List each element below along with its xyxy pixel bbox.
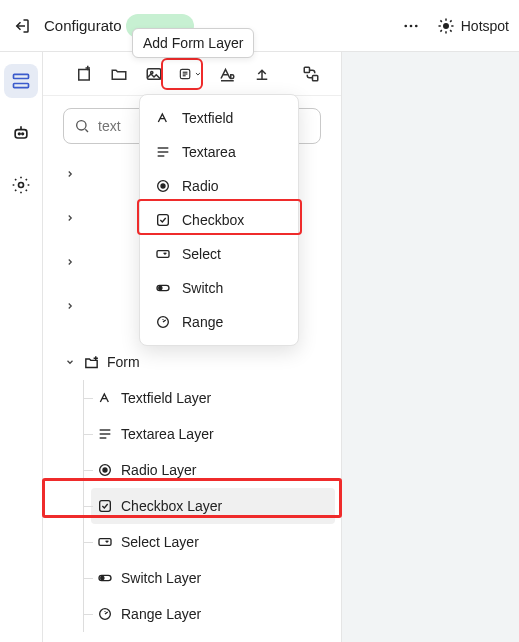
rail-settings-icon[interactable] [4, 168, 38, 202]
tree-row-checkbox-layer[interactable]: Checkbox Layer [91, 488, 335, 524]
chevron-right-icon [63, 301, 77, 311]
form-layer-dropdown: Textfield Textarea Radio Checkbox Select… [139, 94, 299, 346]
svg-rect-26 [99, 539, 111, 546]
svg-rect-5 [14, 84, 29, 88]
tree-row-textfield-layer[interactable]: Textfield Layer [91, 380, 335, 416]
tree-row-radio-layer[interactable]: Radio Layer [91, 452, 335, 488]
svg-point-28 [101, 576, 104, 579]
svg-rect-35 [158, 215, 169, 226]
dropdown-item-textfield[interactable]: Textfield [140, 101, 298, 135]
add-folder-icon[interactable] [108, 62, 129, 86]
range-icon [95, 606, 115, 622]
dropdown-item-range[interactable]: Range [140, 305, 298, 339]
dropdown-label: Range [182, 314, 223, 330]
hotspot-icon[interactable]: Hotspot [437, 14, 509, 38]
topbar-right: Hotspot [399, 14, 509, 38]
radio-icon [95, 462, 115, 478]
tree-row-select-layer[interactable]: Select Layer [91, 524, 335, 560]
link-icon[interactable] [300, 62, 321, 86]
radio-icon [154, 178, 172, 194]
svg-point-34 [161, 184, 165, 188]
tree-label: Switch Layer [121, 570, 201, 586]
chevron-right-icon [63, 257, 77, 267]
dropdown-item-select[interactable]: Select [140, 237, 298, 271]
dropdown-label: Textfield [182, 110, 233, 126]
textfield-icon [154, 110, 172, 126]
layer-toolbar [43, 52, 341, 96]
rail-bot-icon[interactable] [4, 116, 38, 150]
tree-label: Textarea Layer [121, 426, 214, 442]
chevron-down-icon [63, 357, 77, 367]
tree-label: Select Layer [121, 534, 199, 550]
checkbox-icon [154, 212, 172, 228]
svg-rect-36 [157, 251, 169, 258]
svg-point-7 [19, 133, 21, 135]
tree-label: Range Layer [121, 606, 201, 622]
dropdown-label: Textarea [182, 144, 236, 160]
svg-point-0 [404, 24, 407, 27]
svg-rect-18 [312, 75, 317, 80]
svg-point-19 [77, 121, 86, 130]
svg-point-9 [19, 183, 24, 188]
svg-point-24 [103, 468, 107, 472]
chevron-down-icon [194, 69, 202, 79]
more-icon[interactable] [399, 14, 423, 38]
svg-rect-17 [304, 67, 309, 72]
add-image-icon[interactable] [143, 62, 164, 86]
switch-icon [154, 280, 172, 296]
upload-icon[interactable] [251, 62, 272, 86]
dropdown-item-radio[interactable]: Radio [140, 169, 298, 203]
add-text-icon[interactable] [216, 62, 237, 86]
tree-row-textarea-layer[interactable]: Textarea Layer [91, 416, 335, 452]
textarea-icon [154, 144, 172, 160]
tree-label: Radio Layer [121, 462, 197, 478]
tree-row-switch-layer[interactable]: Switch Layer [91, 560, 335, 596]
textarea-icon [95, 426, 115, 442]
range-icon [154, 314, 172, 330]
svg-rect-4 [14, 74, 29, 78]
topbar: Configurato Hotspot [0, 0, 519, 52]
dropdown-item-checkbox[interactable]: Checkbox [140, 203, 298, 237]
dropdown-label: Switch [182, 280, 223, 296]
dropdown-label: Checkbox [182, 212, 244, 228]
form-icon [81, 354, 101, 371]
tree-label: Form [107, 354, 140, 370]
dropdown-item-switch[interactable]: Switch [140, 271, 298, 305]
svg-point-3 [444, 23, 449, 28]
left-rail [0, 52, 43, 642]
exit-icon[interactable] [10, 14, 34, 38]
tooltip-add-form-layer: Add Form Layer [132, 28, 254, 58]
chevron-right-icon [63, 213, 77, 223]
svg-rect-25 [100, 501, 111, 512]
dropdown-label: Radio [182, 178, 219, 194]
select-icon [154, 246, 172, 262]
tree-row-form[interactable]: Form [63, 344, 335, 380]
checkbox-icon [95, 498, 115, 514]
svg-point-38 [159, 286, 162, 289]
select-icon [95, 534, 115, 550]
svg-point-1 [409, 24, 412, 27]
tree-children: Textfield Layer Textarea Layer Radio Lay… [63, 380, 335, 632]
search-icon [74, 118, 90, 134]
add-form-layer-button[interactable] [178, 62, 202, 86]
page-title: Configurato [44, 17, 122, 34]
tree-label: Textfield Layer [121, 390, 211, 406]
dropdown-label: Select [182, 246, 221, 262]
svg-point-8 [22, 133, 24, 135]
switch-icon [95, 570, 115, 586]
textfield-icon [95, 390, 115, 406]
canvas-area [342, 52, 519, 642]
chevron-right-icon [63, 169, 77, 179]
tree-label: Checkbox Layer [121, 498, 222, 514]
hotspot-label: Hotspot [461, 18, 509, 34]
dropdown-item-textarea[interactable]: Textarea [140, 135, 298, 169]
svg-point-2 [415, 24, 418, 27]
tree-row-range-layer[interactable]: Range Layer [91, 596, 335, 632]
rail-steps-icon[interactable] [4, 64, 38, 98]
add-page-icon[interactable] [73, 62, 94, 86]
